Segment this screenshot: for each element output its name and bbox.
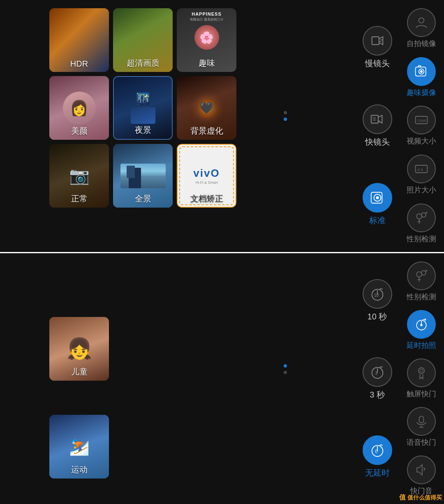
standard-icon — [363, 183, 392, 213]
svg-line-48 — [423, 469, 425, 471]
watermark-icon: 值 — [399, 494, 406, 501]
timer-0s-svg: 0 — [370, 442, 385, 458]
timer-10s-icon: 10 — [363, 279, 392, 309]
fast-motion-icon: + — [363, 104, 392, 134]
photo-size-label: 照片大小 — [407, 185, 436, 195]
video-size-item[interactable]: 720P 视频大小 — [407, 106, 436, 146]
mode-tile-hd[interactable]: 超清画质 — [113, 8, 173, 72]
slow-motion-control[interactable]: 慢镜头 — [363, 26, 392, 69]
shutter-sound-item[interactable]: 快门音 — [407, 455, 436, 496]
mode-tile-night[interactable]: 🌃 夜景 — [113, 76, 173, 140]
top-section: HDR 超清画质 HAPPINESS 有限自己 最美好的三!!! 🌸 趣味 👩 … — [0, 0, 444, 252]
standard-control[interactable]: 标准 — [363, 183, 392, 226]
happiness-text: HAPPINESS — [192, 12, 222, 16]
selfie-svg — [414, 15, 429, 30]
mode-tile-hdr[interactable]: HDR — [49, 8, 109, 72]
fast-motion-label: 快镜头 — [365, 136, 390, 148]
speed-controls: 慢镜头 + 快镜头 — [358, 0, 397, 252]
gender-detect-item-top[interactable]: 性别检测 — [407, 203, 436, 244]
fast-motion-control[interactable]: + 快镜头 — [363, 104, 392, 148]
standard-svg — [370, 190, 385, 206]
top-dots — [284, 111, 287, 121]
mode-tile-child[interactable]: 👧 儿童 — [49, 317, 109, 381]
touch-shutter-label: 触屏快门 — [407, 389, 436, 399]
timer-3s-icon: 3 — [363, 357, 392, 387]
touch-shutter-icon — [407, 358, 436, 387]
voice-shutter-item[interactable]: 语音快门 — [407, 407, 436, 447]
tile-label-hdr: HDR — [49, 59, 109, 69]
fun-camera-svg — [414, 64, 429, 79]
mode-tile-panorama[interactable]: 全景 — [113, 144, 173, 208]
svg-rect-14 — [419, 65, 421, 67]
touch-shutter-item[interactable]: 触屏快门 — [407, 358, 436, 399]
photo-size-item[interactable]: 4:3 照片大小 — [407, 155, 436, 195]
delay-photo-icon — [407, 310, 436, 339]
mode-tile-bokeh[interactable]: 🖤 背景虚化 — [177, 76, 236, 140]
tile-label-sport: 运动 — [49, 464, 109, 475]
tile-label-child: 儿童 — [49, 366, 109, 377]
timer-10s-control[interactable]: 10 10 秒 — [363, 279, 392, 322]
mode-tile-doc[interactable]: vivO Hi-Fi & Smart 文档矫正 — [177, 144, 236, 208]
selfie-mirror-icon — [407, 8, 436, 37]
gender-detect-item-bottom[interactable]: 性别检测 — [407, 261, 436, 302]
svg-point-10 — [419, 18, 424, 23]
timer-10s-label: 10 秒 — [368, 311, 387, 322]
right-sidebar-top: 自拍镜像 趣味摄像 720P 视频大小 — [399, 0, 444, 252]
slow-motion-label: 慢镜头 — [365, 58, 390, 69]
watermark: 值 值什么值得买 — [399, 493, 442, 502]
svg-point-41 — [419, 368, 424, 373]
timer-0s-control[interactable]: 0 无延时 — [363, 435, 392, 479]
timer-10s-svg: 10 — [370, 286, 385, 302]
timer-0s-label: 无延时 — [365, 467, 390, 479]
svg-text:10: 10 — [374, 293, 379, 297]
svg-point-42 — [420, 369, 423, 372]
photo-size-svg: 4:3 — [414, 162, 429, 176]
tile-label-fun: 趣味 — [177, 58, 236, 69]
dot-1 — [284, 111, 287, 114]
touch-svg — [414, 365, 429, 380]
svg-text:4:3: 4:3 — [417, 167, 423, 172]
delay-photo-item[interactable]: 延时拍照 — [407, 310, 436, 350]
delay-svg — [414, 317, 429, 332]
dot-2 — [284, 118, 287, 121]
mode-tile-fun[interactable]: HAPPINESS 有限自己 最美好的三!!! 🌸 趣味 — [177, 8, 236, 72]
slow-motion-svg — [370, 33, 385, 49]
selfie-mirror-item[interactable]: 自拍镜像 — [407, 8, 436, 49]
svg-text:0: 0 — [375, 449, 377, 453]
mode-tile-beauty[interactable]: 👩 美颜 — [49, 76, 109, 140]
svg-point-19 — [416, 214, 422, 219]
gender-detect-icon-bottom — [407, 261, 436, 290]
voice-shutter-label: 语音快门 — [407, 437, 436, 447]
mode-tile-normal[interactable]: 📷 正常 — [49, 144, 109, 208]
svg-rect-0 — [372, 37, 379, 45]
gender-detect-label-top: 性别检测 — [407, 234, 436, 244]
selfie-mirror-label: 自拍镜像 — [407, 39, 436, 49]
gender-detect-icon-top — [407, 203, 436, 232]
svg-point-13 — [421, 71, 423, 73]
svg-point-40 — [421, 324, 422, 326]
gender-svg — [414, 210, 429, 225]
video-size-label: 视频大小 — [407, 136, 436, 146]
slow-motion-icon — [363, 26, 392, 55]
svg-point-32 — [416, 272, 422, 277]
svg-text:3: 3 — [375, 371, 377, 375]
bottom-dot-2 — [284, 371, 287, 374]
svg-line-47 — [423, 468, 425, 469]
bottom-mode-tiles: 👧 儿童 ⛷️ 运动 — [49, 253, 317, 504]
mode-tile-sport[interactable]: ⛷️ 运动 — [49, 415, 109, 479]
photo-size-icon: 4:3 — [407, 155, 436, 183]
delay-photo-label: 延时拍照 — [407, 340, 436, 350]
tile-label-beauty: 美颜 — [49, 125, 109, 136]
svg-marker-46 — [417, 465, 422, 475]
timer-0s-icon: 0 — [363, 435, 392, 465]
gender-bottom-svg — [414, 268, 429, 283]
bottom-dots — [284, 364, 287, 374]
right-sidebar-bottom: 性别检测 延时拍照 — [399, 253, 444, 504]
watermark-text: 值什么值得买 — [407, 494, 442, 501]
timer-3s-control[interactable]: 3 3 秒 — [363, 357, 392, 400]
timer-3s-label: 3 秒 — [370, 389, 385, 400]
tile-label-night: 夜景 — [114, 125, 172, 136]
tile-label-panorama: 全景 — [113, 193, 173, 204]
happiness-subtitle: 有限自己 最美好的三!!! — [190, 17, 223, 22]
fun-camera-item[interactable]: 趣味摄像 — [407, 57, 436, 97]
